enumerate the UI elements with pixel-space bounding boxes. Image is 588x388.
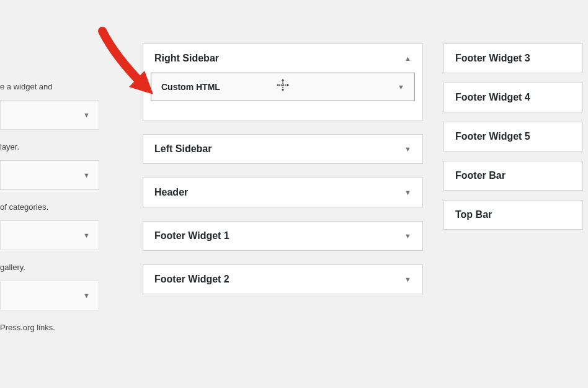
chevron-down-icon: ▼ [404,276,411,283]
widget-area-header[interactable]: Footer Widget 3 [444,44,582,73]
widget-area-footer-bar: Footer Bar [443,161,583,191]
widget-area-header[interactable]: Right Sidebar ▲ [143,44,422,73]
widget-area-title: Right Sidebar [154,53,219,64]
widget-area-title: Footer Widget 2 [154,274,229,285]
widget-area-footer-5: Footer Widget 5 [443,122,583,151]
chevron-down-icon: ▼ [83,171,90,179]
chevron-up-icon: ▲ [404,55,411,62]
available-widgets-column: e a widget and ▼ layer. ▼ of categories.… [0,0,99,341]
chevron-down-icon: ▼ [404,145,411,153]
move-cursor-icon [276,78,290,94]
available-widget-item[interactable]: ▼ [0,100,99,130]
widget-area-top-bar: Top Bar [443,200,583,230]
widget-area-header[interactable]: Footer Widget 5 [444,122,582,151]
widget-area-header[interactable]: Top Bar [444,201,582,229]
widget-area-header-area: Header ▼ [143,178,423,207]
widget-area-header[interactable]: Left Sidebar ▼ [143,135,422,163]
widget-area-footer-4: Footer Widget 4 [443,83,583,112]
widget-area-title: Footer Widget 5 [455,131,530,142]
widget-desc-fragment: layer. [0,137,99,156]
widget-area-title: Footer Widget 3 [455,53,530,64]
widget-areas-column-2: Footer Widget 3 Footer Widget 4 Footer W… [443,43,583,239]
widget-custom-html[interactable]: Custom HTML ▼ [151,73,415,101]
chevron-down-icon: ▼ [404,232,411,240]
chevron-down-icon: ▼ [404,189,411,196]
chevron-down-icon: ▼ [398,83,404,91]
widget-desc-fragment: gallery. [0,258,99,277]
widget-area-right-sidebar: Right Sidebar ▲ Custom HTML ▼ [143,43,423,120]
widget-desc-fragment: Press.org links. [0,318,99,337]
widget-area-title: Footer Bar [455,170,506,181]
available-widget-item[interactable]: ▼ [0,220,99,250]
widget-area-header[interactable]: Footer Widget 4 [444,83,582,112]
widget-area-header[interactable]: Header ▼ [143,178,422,207]
widget-area-header[interactable]: Footer Bar [444,161,582,190]
chevron-down-icon: ▼ [83,232,90,239]
widget-area-title: Footer Widget 4 [455,92,530,103]
available-widget-item[interactable]: ▼ [0,160,99,190]
widget-area-footer-1: Footer Widget 1 ▼ [143,221,423,251]
widget-area-header[interactable]: Footer Widget 1 ▼ [143,222,422,250]
available-widget-item[interactable]: ▼ [0,281,99,310]
widget-areas-column: Right Sidebar ▲ Custom HTML ▼ [143,43,423,308]
widget-area-header[interactable]: Footer Widget 2 ▼ [143,265,422,294]
chevron-down-icon: ▼ [83,292,90,299]
widget-area-title: Footer Widget 1 [154,230,229,241]
widget-area-title: Left Sidebar [154,143,212,155]
widget-desc-fragment: of categories. [0,197,99,217]
widget-item-title: Custom HTML [161,82,220,92]
widget-area-title: Header [154,187,188,198]
chevron-down-icon: ▼ [83,111,90,119]
widget-area-body: Custom HTML ▼ [143,73,422,120]
widget-area-left-sidebar: Left Sidebar ▼ [143,134,423,164]
widget-area-title: Top Bar [455,209,492,220]
widget-area-footer-2: Footer Widget 2 ▼ [143,264,423,294]
widget-area-footer-3: Footer Widget 3 [443,43,583,73]
widget-desc-fragment: e a widget and [0,77,99,96]
